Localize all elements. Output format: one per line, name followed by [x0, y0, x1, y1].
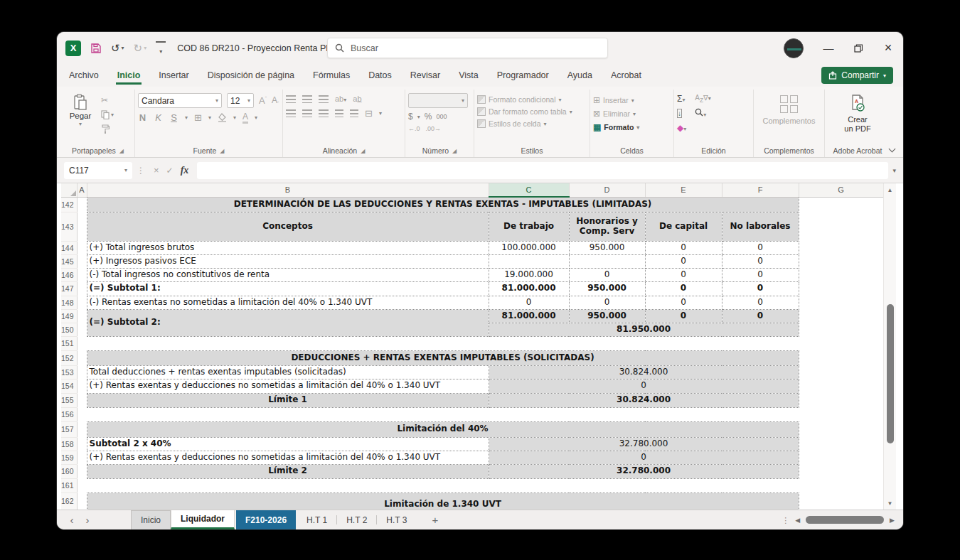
cell[interactable]: (+) Rentas exentas y deducciones no some… — [87, 379, 489, 393]
font-name-select[interactable]: Candara▾ — [138, 93, 222, 108]
menu-tab-disposici-n-de-p-gina[interactable]: Disposición de página — [206, 66, 296, 85]
row-header-148[interactable]: 148 — [61, 296, 77, 309]
comma-format-icon[interactable]: 000 — [436, 113, 447, 120]
cell-G144[interactable] — [799, 241, 883, 254]
cell-G152[interactable] — [799, 350, 883, 365]
menu-tab-acrobat[interactable]: Acrobat — [609, 66, 643, 85]
cell[interactable]: 0 — [722, 268, 799, 281]
row-header-151[interactable]: 151 — [61, 336, 77, 350]
cell-A144[interactable] — [77, 241, 87, 254]
cell[interactable] — [645, 336, 722, 350]
formula-input[interactable] — [197, 162, 888, 179]
increase-font-icon[interactable]: Aˆ — [259, 95, 267, 106]
create-pdf-button[interactable]: A Crearun PDF — [830, 91, 885, 133]
cell[interactable] — [722, 478, 799, 492]
cell[interactable]: DEDUCCIONES + RENTAS EXENTAS IMPUTABLES … — [87, 350, 799, 365]
menu-tab-archivo[interactable]: Archivo — [68, 66, 100, 85]
cell-G161[interactable] — [799, 478, 883, 492]
cell-G155[interactable] — [799, 393, 883, 407]
cell-A161[interactable] — [77, 478, 87, 492]
font-color-icon[interactable]: A — [242, 112, 248, 124]
wrap-text-icon[interactable]: ab̲ — [353, 95, 361, 103]
sheet-tab-h-t-1[interactable]: H.T 1 — [297, 510, 336, 529]
name-box[interactable]: C117▾ — [64, 162, 132, 179]
cell-G151[interactable] — [799, 336, 883, 350]
cell-A156[interactable] — [77, 407, 87, 421]
row-header-155[interactable]: 155 — [61, 393, 77, 407]
formula-bar-splitter[interactable]: ⋮ — [137, 166, 145, 176]
column-header-A[interactable]: A — [77, 183, 87, 197]
number-format-select[interactable]: ▾ — [408, 93, 468, 108]
cell-A149[interactable] — [77, 309, 87, 323]
paste-button[interactable]: Pegar ▾ — [64, 91, 97, 127]
cell[interactable]: (=) Subtotal 1: — [87, 281, 489, 296]
cell[interactable]: De capital — [645, 212, 722, 241]
row-header-150[interactable]: 150 — [61, 323, 77, 336]
find-select-button[interactable]: ▾ — [695, 108, 710, 119]
align-left-icon[interactable] — [286, 109, 296, 117]
insert-function-icon[interactable]: fx — [181, 165, 189, 176]
cell-A150[interactable] — [77, 323, 87, 336]
cell[interactable] — [489, 336, 569, 350]
cell[interactable]: 0 — [645, 268, 722, 281]
autosum-button[interactable]: Σ▾ — [677, 94, 686, 104]
cell-G157[interactable] — [799, 421, 883, 437]
column-header-C[interactable]: C — [489, 183, 569, 197]
align-top-icon[interactable] — [286, 95, 296, 103]
cell[interactable]: Límite 1 — [87, 393, 489, 407]
align-bottom-icon[interactable] — [319, 95, 329, 103]
cell[interactable] — [489, 407, 569, 421]
cell[interactable] — [569, 336, 645, 350]
cell[interactable]: 32.780.000 — [489, 464, 799, 478]
font-dialog-launcher[interactable]: ◢ — [220, 148, 224, 154]
number-dialog-launcher[interactable]: ◢ — [452, 148, 457, 154]
scroll-up-icon[interactable]: ▲ — [884, 183, 896, 196]
format-painter-button[interactable] — [101, 124, 114, 134]
row-header-146[interactable]: 146 — [61, 268, 77, 281]
cell[interactable] — [569, 478, 645, 492]
prev-sheet-icon[interactable]: ‹ — [64, 514, 80, 526]
sheet-tab-inicio[interactable]: Inicio — [131, 510, 171, 529]
row-header-147[interactable]: 147 — [61, 281, 77, 296]
column-header-G[interactable]: G — [799, 183, 883, 197]
cell[interactable] — [87, 407, 489, 421]
cell[interactable]: Conceptos — [87, 212, 489, 241]
cell-A159[interactable] — [77, 451, 87, 464]
sheet-tab-liquidador[interactable]: Liquidador — [171, 510, 235, 529]
cell[interactable]: De trabajo — [489, 212, 569, 241]
cell[interactable]: 950.000 — [569, 309, 645, 323]
copy-button[interactable]: ▾ — [101, 109, 114, 119]
cell-A153[interactable] — [77, 365, 87, 379]
cell[interactable]: No laborales — [722, 212, 799, 241]
fill-color-icon[interactable] — [218, 113, 227, 122]
align-middle-icon[interactable] — [302, 95, 312, 103]
menu-tab-revisar[interactable]: Revisar — [409, 66, 442, 85]
cell-A160[interactable] — [77, 464, 87, 478]
cell-A157[interactable] — [77, 421, 87, 437]
excel-app-icon[interactable]: X — [65, 41, 81, 56]
borders-icon[interactable]: ⊞ — [194, 112, 202, 123]
increase-indent-icon[interactable] — [350, 109, 358, 117]
cancel-entry-icon[interactable]: × — [154, 165, 159, 176]
horizontal-scrollbar-thumb[interactable] — [806, 516, 884, 524]
cell[interactable]: 0 — [722, 309, 799, 323]
cell-A158[interactable] — [77, 437, 87, 451]
cell-A162[interactable] — [77, 492, 87, 510]
sheet-tab-h-t-2[interactable]: H.T 2 — [337, 510, 376, 529]
menu-tab-programador[interactable]: Programador — [496, 66, 550, 85]
column-header-D[interactable]: D — [569, 183, 645, 197]
row-header-160[interactable]: 160 — [61, 464, 77, 478]
account-avatar[interactable] — [784, 38, 804, 58]
column-header-F[interactable]: F — [722, 183, 799, 197]
undo-button[interactable]: ↺▾ — [111, 42, 124, 55]
percent-format-icon[interactable]: % — [425, 112, 432, 122]
cell[interactable]: 0 — [722, 254, 799, 268]
vertical-scrollbar[interactable]: ▲ ▼ — [883, 183, 896, 510]
cell-G159[interactable] — [799, 451, 883, 464]
cell[interactable] — [722, 407, 799, 421]
cell-G160[interactable] — [799, 464, 883, 478]
cell[interactable]: 0 — [722, 241, 799, 254]
cell[interactable]: 81.950.000 — [489, 323, 799, 336]
cell-styles-button[interactable]: Estilos de celda▾ — [477, 119, 572, 128]
customize-quick-access-icon[interactable]: ▾ — [156, 41, 166, 55]
